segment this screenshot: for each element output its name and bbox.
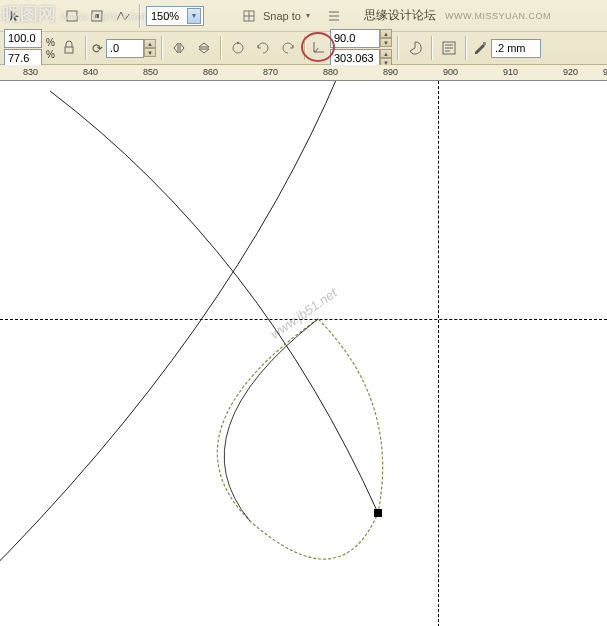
angle-value-input[interactable] bbox=[330, 29, 380, 48]
angle-icon bbox=[311, 39, 327, 57]
curve-main-right bbox=[50, 91, 378, 513]
lock-aspect-button[interactable] bbox=[58, 37, 80, 59]
svg-point-11 bbox=[237, 42, 239, 44]
main-toolbar: 150% ▾ Snap to ▾ 思缘设计论坛 WWW.MISSYUAN.COM… bbox=[0, 0, 607, 65]
rotation-angle-input[interactable] bbox=[106, 39, 144, 58]
tool-button-b[interactable] bbox=[87, 5, 109, 27]
ruler-tick: 870 bbox=[263, 67, 278, 77]
forum-label: 思缘设计论坛 bbox=[364, 7, 436, 24]
svg-point-10 bbox=[233, 43, 243, 53]
pointer-icon bbox=[7, 8, 23, 24]
tool-button-a[interactable] bbox=[62, 5, 84, 27]
snap-label: Snap to bbox=[263, 10, 301, 22]
zoom-select[interactable]: 150% ▾ bbox=[146, 6, 204, 26]
rotate-mode-b[interactable] bbox=[252, 37, 274, 59]
ruler-tick: 840 bbox=[83, 67, 98, 77]
petal-edge bbox=[224, 319, 318, 521]
ruler-tick: 900 bbox=[443, 67, 458, 77]
options-button[interactable] bbox=[324, 5, 346, 27]
toolbar-separator bbox=[220, 36, 222, 60]
zoom-value-text: 150% bbox=[151, 10, 179, 22]
toolbar-separator bbox=[139, 4, 141, 28]
tool-button-misc1[interactable] bbox=[4, 5, 26, 27]
svg-rect-2 bbox=[95, 14, 99, 18]
horizontal-ruler[interactable]: 830 840 850 860 870 880 890 900 910 920 … bbox=[0, 65, 607, 81]
ruler-tick: 910 bbox=[503, 67, 518, 77]
pct-label-1: % bbox=[46, 37, 55, 48]
ruler-tick: 920 bbox=[563, 67, 578, 77]
toolbar-separator bbox=[304, 36, 306, 60]
lock-icon bbox=[61, 40, 77, 56]
forum-url: WWW.MISSYUAN.COM bbox=[445, 11, 551, 21]
ruler-tick: 830 bbox=[23, 67, 38, 77]
pct-label-2: % bbox=[46, 49, 55, 60]
outline-pen-icon bbox=[472, 39, 488, 57]
rotation-spinner[interactable]: ▲▼ bbox=[144, 39, 156, 57]
ruler-tick: 860 bbox=[203, 67, 218, 77]
scale-x-input[interactable] bbox=[4, 29, 42, 48]
ruler-tick: 9 bbox=[603, 67, 607, 77]
wrap-text-button[interactable] bbox=[438, 37, 460, 59]
ruler-tick: 850 bbox=[143, 67, 158, 77]
node-handle[interactable] bbox=[374, 509, 382, 517]
toolbar-row-top: 150% ▾ Snap to ▾ 思缘设计论坛 WWW.MISSYUAN.COM bbox=[0, 0, 607, 32]
mirror-v-button[interactable] bbox=[193, 37, 215, 59]
petal-selection bbox=[217, 319, 382, 559]
vector-artwork bbox=[0, 81, 607, 626]
outline-width-input[interactable] bbox=[491, 39, 541, 58]
toolbar-separator bbox=[161, 36, 163, 60]
toolbar-row-bottom: % % ⟳ ▲▼ ▲▼ ▲▼ bbox=[0, 32, 607, 64]
toolbar-separator bbox=[465, 36, 467, 60]
svg-rect-9 bbox=[65, 47, 73, 53]
toolbar-separator bbox=[431, 36, 433, 60]
mirror-h-button[interactable] bbox=[168, 37, 190, 59]
drawing-canvas[interactable]: www.jb51.net bbox=[0, 81, 607, 626]
svg-rect-16 bbox=[483, 42, 486, 45]
pct-labels: % % bbox=[45, 37, 55, 60]
pie-button[interactable] bbox=[404, 37, 426, 59]
angle-value-spinner[interactable]: ▲▼ bbox=[380, 29, 392, 47]
curve-main-left bbox=[0, 81, 340, 581]
scale-input-group bbox=[4, 29, 42, 68]
toolbar-separator bbox=[85, 36, 87, 60]
rotate-mode-c[interactable] bbox=[277, 37, 299, 59]
zoom-dropdown-button[interactable]: ▾ bbox=[187, 8, 201, 24]
rotation-icon: ⟳ bbox=[92, 41, 103, 56]
tool-button-c[interactable] bbox=[112, 5, 134, 27]
toolbar-separator bbox=[397, 36, 399, 60]
snap-button[interactable] bbox=[238, 5, 260, 27]
svg-rect-0 bbox=[67, 11, 77, 21]
ruler-tick: 880 bbox=[323, 67, 338, 77]
rotate-mode-a[interactable] bbox=[227, 37, 249, 59]
ruler-tick: 890 bbox=[383, 67, 398, 77]
